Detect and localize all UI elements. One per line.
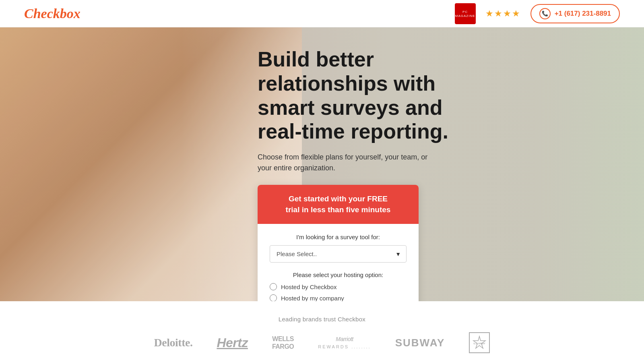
brands-section: Leading brands trust Checkbox Deloitte. … xyxy=(0,301,644,358)
brands-row: Deloitte. Hertz WELLSFARGO MarriottREWAR… xyxy=(32,332,612,353)
phone-number: +1 (617) 231-8891 xyxy=(555,10,611,18)
hero-content: Build better relationships with smart su… xyxy=(258,48,620,301)
pc-magazine-badge: PC MAGAZINE xyxy=(455,3,476,24)
radio-hosted-checkbox[interactable] xyxy=(270,283,277,290)
hosting-radio-group: Hosted by Checkbox Hosted by my company xyxy=(270,283,407,301)
hosting-option-company[interactable]: Hosted by my company xyxy=(270,294,407,301)
header: Checkbox PC MAGAZINE ★★★★ 📞 +1 (617) 231… xyxy=(0,0,644,27)
brand-hertz: Hertz xyxy=(217,335,248,350)
radio-hosted-company[interactable] xyxy=(270,294,277,301)
brand-marriott: MarriottREWARDS ........ xyxy=(318,335,371,350)
card-body: I'm looking for a survey tool for: Pleas… xyxy=(258,224,419,301)
hero-headline: Build better relationships with smart su… xyxy=(258,48,483,144)
hero-subtext: Choose from flexible plans for yourself,… xyxy=(258,152,435,174)
hosting-option-checkbox[interactable]: Hosted by Checkbox xyxy=(270,283,407,290)
brand-us-army: U.S.ARMY xyxy=(469,332,490,353)
header-right: PC MAGAZINE ★★★★ 📞 +1 (617) 231-8891 xyxy=(455,3,620,24)
card-header: Get started with your FREE trial in less… xyxy=(258,185,419,224)
survey-select-wrapper: Please Select.. Myself My Team My Organi… xyxy=(270,245,407,263)
hosting-label: Please select your hosting option: xyxy=(270,271,407,278)
brand-subway: SUBWAY xyxy=(395,337,445,349)
brands-tagline: Leading brands trust Checkbox xyxy=(32,316,612,323)
logo: Checkbox xyxy=(24,6,80,21)
signup-card: Get started with your FREE trial in less… xyxy=(258,185,419,301)
brand-deloitte: Deloitte. xyxy=(154,336,193,349)
phone-button[interactable]: 📞 +1 (617) 231-8891 xyxy=(530,4,620,23)
brand-wells-fargo: WELLSFARGO xyxy=(272,335,294,350)
hero-section: Build better relationships with smart su… xyxy=(0,27,644,301)
hero-photo xyxy=(0,27,302,301)
svg-text:U.S.ARMY: U.S.ARMY xyxy=(474,342,485,345)
survey-label: I'm looking for a survey tool for: xyxy=(270,234,407,240)
star-rating: ★★★★ xyxy=(485,8,521,19)
phone-icon: 📞 xyxy=(539,8,551,19)
survey-select[interactable]: Please Select.. Myself My Team My Organi… xyxy=(270,245,407,263)
